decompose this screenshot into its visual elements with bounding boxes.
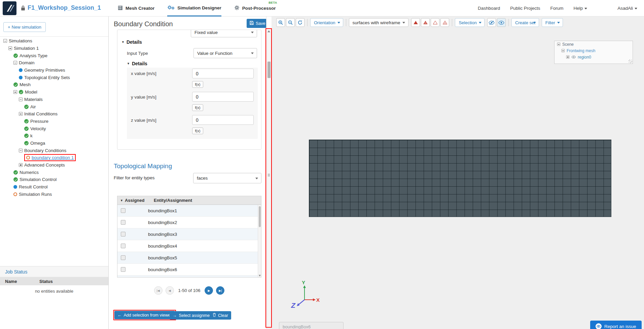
collapse-icon[interactable]: [557, 43, 560, 46]
tree-item-simulation-runs[interactable]: Simulation Runs: [0, 190, 108, 198]
table-scrollbar[interactable]: [258, 205, 261, 277]
hide-icon[interactable]: [487, 18, 496, 27]
collapse-icon[interactable]: [562, 49, 565, 52]
panel-scrollbar[interactable]: [266, 16, 272, 329]
velocity-type-select[interactable]: Fixed value: [191, 30, 257, 37]
tree-item-simulation-1[interactable]: Simulation 1: [0, 45, 108, 52]
row-checkbox[interactable]: [121, 244, 126, 248]
previous-page-button[interactable]: ◀: [166, 286, 174, 295]
collapse-icon[interactable]: [13, 90, 17, 94]
orientation-dropdown[interactable]: Orientation: [310, 18, 343, 27]
table-row-partial[interactable]: [117, 276, 261, 278]
resize-handle[interactable]: [629, 60, 632, 63]
table-row[interactable]: boundingBox3: [117, 228, 261, 240]
tree-item-pressure[interactable]: Pressure: [0, 118, 108, 125]
tree-item-velocity[interactable]: Velocity: [0, 125, 108, 132]
new-simulation-button[interactable]: + New simulation: [3, 22, 46, 32]
tree-item-numerics[interactable]: Numerics: [0, 169, 108, 176]
collapse-icon[interactable]: [8, 46, 12, 50]
scene-tree-region[interactable]: region0: [554, 54, 633, 60]
table-scrollbar-thumb[interactable]: [259, 206, 261, 227]
eye-icon[interactable]: [571, 55, 576, 60]
tree-item-materials[interactable]: Materials: [0, 96, 108, 103]
collapse-icon[interactable]: [19, 98, 23, 101]
nav-public-projects[interactable]: Public Projects: [510, 6, 540, 11]
filter-dropdown[interactable]: Filter: [542, 18, 563, 27]
assigned-header[interactable]: ▼ Assigned: [117, 198, 154, 203]
row-checkbox[interactable]: [121, 232, 126, 236]
table-row[interactable]: boundingBox4: [117, 240, 261, 252]
x-function-button[interactable]: f(x): [192, 81, 203, 88]
tree-item-mesh[interactable]: Mesh: [0, 81, 108, 88]
details-toggle[interactable]: ▼ Details: [121, 39, 142, 45]
show-icon[interactable]: [497, 18, 506, 27]
collapse-icon[interactable]: [3, 39, 7, 43]
input-type-select[interactable]: Value or Function: [193, 48, 257, 58]
tree-item-domain[interactable]: Domain: [0, 59, 108, 67]
tree-item-k[interactable]: k: [0, 132, 108, 140]
scene-tree-root[interactable]: Scene: [554, 41, 633, 47]
expand-icon[interactable]: [566, 56, 569, 59]
table-row[interactable]: boundingBox5: [117, 252, 261, 264]
scroll-up-icon[interactable]: [267, 30, 270, 32]
report-an-issue-button[interactable]: Report an issue: [590, 321, 642, 329]
user-menu[interactable]: AsadAli: [617, 6, 637, 11]
tab-post-processor[interactable]: BETA Post-Processor: [234, 0, 276, 16]
nav-help-menu[interactable]: Help: [573, 6, 587, 11]
collapse-icon[interactable]: [13, 61, 17, 65]
table-row[interactable]: boundingBox6: [117, 264, 261, 276]
first-page-button[interactable]: |◀: [154, 286, 163, 295]
row-checkbox[interactable]: [121, 267, 126, 272]
tree-item-advanced-concepts[interactable]: Advanced Concepts: [0, 161, 108, 169]
y-function-button[interactable]: f(x): [192, 104, 203, 111]
triangle-outline-striped-icon[interactable]: [440, 18, 449, 27]
row-checkbox[interactable]: [121, 255, 126, 260]
row-checkbox[interactable]: [121, 208, 126, 213]
add-selection-from-viewer-button[interactable]: ← Add selection from viewer: [114, 311, 175, 319]
next-page-button[interactable]: ▶: [205, 286, 213, 295]
save-button[interactable]: Save: [247, 19, 269, 28]
tree-item-simulation-control[interactable]: Simulation Control: [0, 176, 108, 183]
selection-dropdown[interactable]: Selection: [455, 18, 484, 27]
triangle-solid-icon[interactable]: [411, 18, 420, 27]
zoom-fit-button[interactable]: [286, 18, 295, 27]
tree-item-boundary-conditions[interactable]: Boundary Conditions: [0, 147, 108, 154]
table-row[interactable]: boundingBox1: [117, 205, 261, 217]
zoom-in-button[interactable]: [276, 18, 285, 27]
tree-item-analysis-type[interactable]: Analysis Type: [0, 52, 108, 59]
z-function-button[interactable]: f(x): [192, 127, 203, 134]
tree-item-result-control[interactable]: Result Control: [0, 183, 108, 191]
tree-item-model[interactable]: Model: [0, 88, 108, 96]
viewer-3d[interactable]: Orientation surfaces with wireframe Sele…: [272, 16, 644, 329]
clear-button[interactable]: Clear: [210, 311, 231, 320]
scene-tree-mesh[interactable]: Frontwing mesh: [554, 47, 633, 54]
tree-item-geometry-primitives[interactable]: Geometry Primitives: [0, 67, 108, 74]
x-value-input[interactable]: [192, 69, 254, 78]
tree-item-omega[interactable]: Omega: [0, 140, 108, 147]
tree-item-simulations[interactable]: Simulations: [0, 37, 108, 45]
select-assignment-button[interactable]: → Select assignment: [170, 311, 216, 320]
tree-item-boundary-condition-1[interactable]: boundary condition 1: [0, 154, 108, 161]
tab-mesh-creator[interactable]: Mesh Creator: [118, 0, 154, 16]
z-value-input[interactable]: [192, 115, 254, 125]
tree-item-topological-entity-sets[interactable]: Topological Entity Sets: [0, 74, 108, 81]
scrollbar-thumb[interactable]: [267, 62, 271, 78]
tree-item-air[interactable]: Air: [0, 103, 108, 110]
reset-view-button[interactable]: [296, 18, 305, 27]
last-page-button[interactable]: ▶|: [216, 286, 224, 295]
triangle-outline-icon[interactable]: [431, 18, 439, 27]
tree-item-initial-conditions[interactable]: Initial Conditions: [0, 110, 108, 118]
details-toggle-nested[interactable]: ▼ Details: [127, 61, 147, 66]
simscale-logo[interactable]: [3, 1, 16, 16]
nav-forum[interactable]: Forum: [550, 6, 563, 11]
scroll-down-icon[interactable]: [259, 275, 261, 277]
table-row[interactable]: boundingBox2: [117, 217, 261, 228]
frontwing-mesh-model[interactable]: [309, 140, 611, 217]
entity-filter-select[interactable]: faces: [193, 173, 261, 183]
row-checkbox[interactable]: [121, 220, 126, 225]
render-mode-select[interactable]: surfaces with wireframe: [349, 18, 409, 27]
collapse-icon[interactable]: [19, 112, 23, 116]
expand-icon[interactable]: [19, 163, 23, 167]
tab-simulation-designer[interactable]: Simulation Designer: [167, 0, 221, 16]
triangle-striped-icon[interactable]: [421, 18, 430, 27]
